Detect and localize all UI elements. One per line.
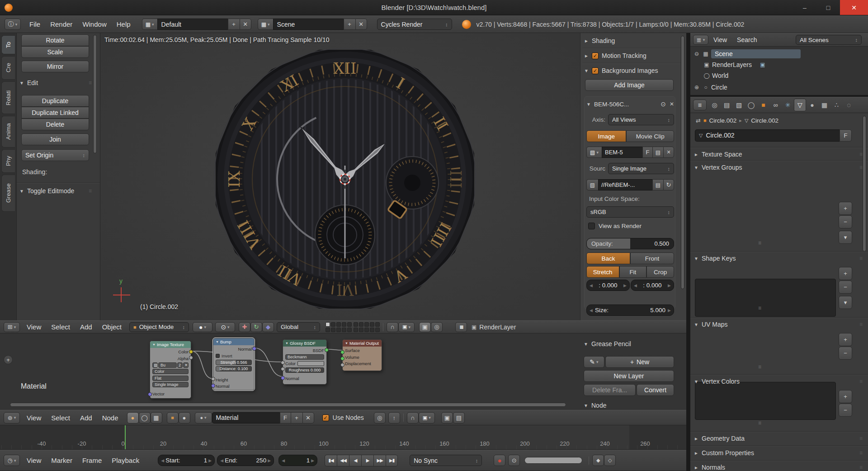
manipulator-scale-button[interactable]: ◆ bbox=[262, 322, 274, 332]
shape-keys-panel-header[interactable]: ▼ Shape Keys ≡ bbox=[690, 252, 868, 265]
layers-widget-2[interactable] bbox=[354, 322, 380, 332]
eye-icon[interactable]: ⊙ bbox=[660, 100, 666, 108]
fit-tab[interactable]: Fit bbox=[619, 266, 647, 278]
fake-user-button[interactable]: F bbox=[840, 129, 852, 142]
new-grease-pencil-button[interactable]: + New bbox=[605, 356, 674, 368]
grease-pencil-panel-header[interactable]: ▼ Grease Pencil bbox=[584, 339, 674, 349]
delete-frame-button[interactable]: Delete Fra... bbox=[584, 384, 636, 396]
node-header[interactable]: ▼Material Output bbox=[343, 340, 382, 347]
delete-button[interactable]: Delete bbox=[21, 119, 89, 130]
manipulator-translate-button[interactable]: ✚ bbox=[239, 322, 250, 332]
image-source-icon-button[interactable]: ▧ bbox=[586, 179, 598, 190]
panel-grip-icon[interactable]: ≡ bbox=[859, 255, 863, 262]
tab-animation[interactable]: Anima bbox=[1, 116, 15, 147]
editor-type-outliner-button[interactable]: ≣ ▾ bbox=[693, 35, 708, 45]
increment-icon[interactable]: ▶ bbox=[623, 283, 627, 288]
add-scene-button[interactable]: + bbox=[344, 19, 355, 30]
geometry-data-panel-header[interactable]: ► Geometry Data ≡ bbox=[690, 432, 868, 445]
vertex-group-specials-button[interactable]: ▾ bbox=[839, 231, 852, 244]
tab-render-layers[interactable]: ▤ bbox=[721, 99, 733, 111]
editor-type-properties-button[interactable]: ≣ bbox=[693, 100, 707, 110]
browse-file-button[interactable]: ▤ bbox=[652, 179, 663, 190]
vertex-groups-panel-header[interactable]: ▼ Vertex Groups ≡ bbox=[690, 161, 868, 174]
remove-uv-map-button[interactable]: − bbox=[839, 347, 852, 360]
background-images-checkbox[interactable]: ✓ bbox=[592, 67, 599, 74]
back-tab[interactable]: Back bbox=[586, 252, 630, 264]
uv-maps-panel-header[interactable]: ▼ UV Maps ≡ bbox=[690, 318, 868, 331]
node-image-texture[interactable]: ▼Image Texture Color Alpha ▧ Bu 2 ✕ Colo… bbox=[150, 341, 191, 399]
color-swatch[interactable] bbox=[297, 361, 324, 366]
panel-grip-icon[interactable]: ≡ bbox=[89, 80, 92, 86]
open-image-button[interactable]: ▤ bbox=[652, 147, 663, 158]
increment-icon[interactable]: ▶ bbox=[668, 308, 671, 313]
offset-y-field[interactable]: ◀ : 0.000 ▶ bbox=[631, 280, 674, 291]
remove-vertex-color-button[interactable]: − bbox=[839, 404, 852, 417]
tab-scene[interactable]: ▧ bbox=[733, 99, 745, 111]
node-collapse-icon[interactable]: ▼ bbox=[285, 342, 288, 345]
list-resize-grip[interactable]: ≡ bbox=[758, 240, 761, 246]
fake-user-button[interactable]: F bbox=[280, 412, 291, 423]
list-resize-grip[interactable]: ≡ bbox=[758, 305, 761, 311]
add-material-button[interactable]: + bbox=[291, 412, 302, 423]
vertex-colors-panel-header[interactable]: ▼ Vertex Colors ≡ bbox=[690, 375, 868, 388]
breadcrumb-data-label[interactable]: Circle.002 bbox=[751, 117, 778, 124]
properties-scrollbar[interactable] bbox=[863, 116, 866, 252]
shape-key-specials-button[interactable]: ▾ bbox=[839, 296, 852, 309]
front-tab[interactable]: Front bbox=[630, 252, 674, 264]
scene-name-field[interactable]: Scene bbox=[273, 19, 344, 30]
interpolation-select[interactable]: Color bbox=[152, 369, 189, 374]
rotate-button[interactable]: Rotate bbox=[21, 34, 89, 46]
pivot-select[interactable]: ⊙ ▾ bbox=[215, 322, 235, 332]
paste-nodes-button[interactable]: ▤ bbox=[453, 412, 465, 423]
panel-grip-icon[interactable]: ≡ bbox=[859, 464, 863, 471]
tab-particles[interactable]: ∴ bbox=[830, 99, 843, 111]
menu-render[interactable]: Render bbox=[45, 20, 77, 28]
fake-user-button[interactable]: F bbox=[642, 147, 652, 158]
list-resize-grip[interactable]: ≡ bbox=[758, 364, 761, 370]
remove-vertex-group-button[interactable]: − bbox=[839, 215, 852, 228]
menu-search[interactable]: Search bbox=[732, 36, 762, 43]
panel-grip-icon[interactable]: ≡ bbox=[859, 450, 863, 456]
image-datablock-field[interactable]: BEM-5 bbox=[602, 147, 642, 158]
decrement-icon[interactable]: ◀ bbox=[282, 458, 285, 463]
outliner-scope-select[interactable]: All Scenes ↕ bbox=[796, 35, 862, 45]
render-opengl-anim-button[interactable]: ◎ bbox=[431, 322, 443, 332]
mirror-button[interactable]: Mirror bbox=[21, 61, 89, 72]
add-vertex-color-button[interactable]: + bbox=[839, 390, 852, 403]
add-image-button[interactable]: Add Image bbox=[585, 79, 674, 91]
shading-panel-header[interactable]: ► Shading bbox=[584, 36, 675, 46]
node-collapse-icon[interactable]: ▼ bbox=[345, 342, 348, 345]
record-button[interactable]: ● bbox=[494, 455, 505, 466]
add-shape-key-button[interactable]: + bbox=[839, 267, 852, 280]
expand-icon[interactable]: ⊕ bbox=[692, 84, 701, 90]
input-socket-displacement[interactable] bbox=[340, 363, 344, 367]
offset-x-field[interactable]: ◀ : 0.000 ▶ bbox=[586, 280, 630, 291]
add-layout-button[interactable]: + bbox=[228, 19, 240, 30]
jump-prev-keyframe-button[interactable]: ◀◀ bbox=[337, 455, 349, 466]
frame-start-field[interactable]: ◀ Start: 1 ▶ bbox=[158, 455, 215, 466]
menu-frame[interactable]: Frame bbox=[77, 457, 107, 464]
editor-type-info-button[interactable]: ⓘ ▾ bbox=[5, 19, 21, 30]
editor-type-node-button[interactable]: ⊚ ▾ bbox=[4, 412, 20, 423]
menu-view[interactable]: View bbox=[22, 323, 46, 331]
tab-tools[interactable]: To bbox=[1, 35, 15, 54]
node-header[interactable]: ▼Glossy BSDF bbox=[283, 340, 326, 347]
list-resize-grip[interactable]: ≡ bbox=[758, 420, 761, 426]
join-button[interactable]: Join bbox=[21, 133, 89, 145]
panel-grip-icon[interactable]: ≡ bbox=[859, 321, 863, 328]
menu-object[interactable]: Object bbox=[97, 323, 127, 331]
tab-object[interactable]: ■ bbox=[757, 99, 769, 111]
pause-render-button[interactable]: ▮▮ bbox=[455, 322, 467, 332]
convert-button[interactable]: Convert bbox=[637, 384, 674, 396]
current-frame-marker[interactable] bbox=[125, 425, 126, 450]
menu-marker[interactable]: Marker bbox=[46, 457, 77, 464]
shader-type-object-button[interactable]: ● bbox=[127, 412, 139, 423]
snap-element-select[interactable]: ▣ ▾ bbox=[398, 322, 415, 332]
output-socket-normal[interactable] bbox=[252, 347, 256, 351]
panel-scrollbar[interactable] bbox=[681, 36, 684, 289]
duplicate-linked-button[interactable]: Duplicate Linked bbox=[21, 107, 89, 119]
outliner-row-renderlayers[interactable]: ▣ RenderLayers ▣ bbox=[690, 59, 868, 70]
browse-material-button[interactable]: ● ▾ bbox=[195, 412, 212, 423]
menu-playback[interactable]: Playback bbox=[107, 457, 144, 464]
tab-grease-pencil[interactable]: Grease bbox=[1, 175, 15, 212]
